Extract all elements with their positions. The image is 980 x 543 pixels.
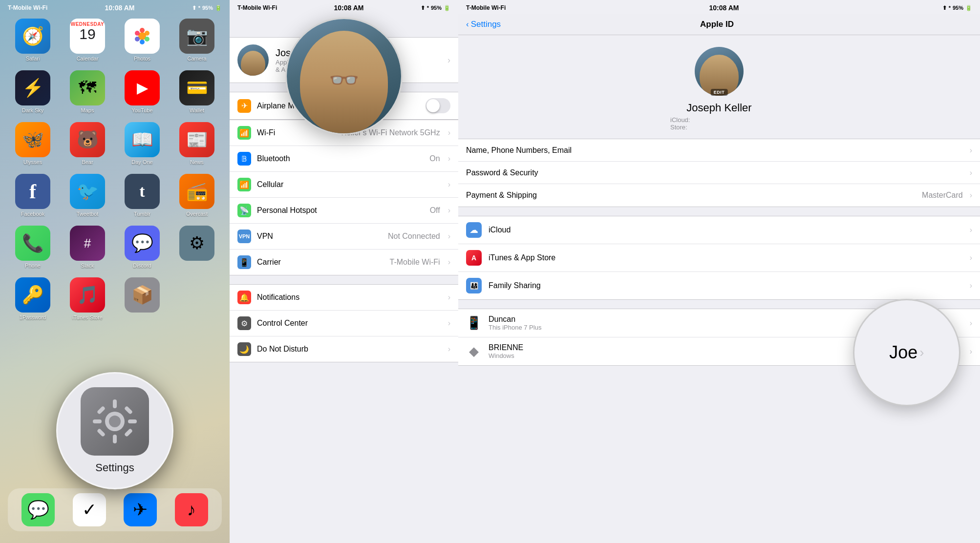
back-chevron-icon: ‹	[466, 20, 469, 29]
youtube-icon: ▶	[125, 70, 160, 105]
app-ulysses[interactable]: 🦋 Ulysses	[8, 122, 58, 165]
dock-reminders[interactable]: ✓	[73, 493, 106, 526]
app-grid: 🧭 Safari WEDNESDAY 19 Calendar	[0, 14, 230, 325]
icloud-label: iCloud	[489, 226, 963, 234]
app-slack[interactable]: # Slack	[63, 226, 112, 269]
photos-icon	[125, 19, 160, 54]
settings-back-button[interactable]: ‹ Settings	[466, 20, 501, 29]
app-1password[interactable]: 🔑 1Password	[8, 277, 58, 320]
app-calendar[interactable]: WEDNESDAY 19 Calendar	[63, 19, 112, 62]
appleid-store-label: Store:	[670, 124, 687, 131]
wifi-chevron: ›	[448, 128, 450, 137]
app-tweetbot[interactable]: 🐦 Tweetbot	[63, 174, 112, 217]
appleid-row-family[interactable]: 👨‍👩‍👧 Family Sharing ›	[458, 272, 980, 299]
news-label: News	[190, 159, 204, 165]
settings-row-dnd[interactable]: 🌙 Do Not Disturb ›	[230, 336, 458, 362]
tweetbot-icon: 🐦	[70, 174, 105, 209]
settings-status-bar: T-Mobile Wi-Fi 10:08 AM ⬆ * 95% 🔋	[230, 0, 458, 14]
settings-row-carrier[interactable]: 📱 Carrier T-Mobile Wi-Fi ›	[230, 250, 458, 275]
appleid-edit-button[interactable]: EDIT	[711, 89, 728, 96]
appleid-nav-bar: ‹ Settings Apple ID	[458, 14, 980, 35]
family-chevron: ›	[970, 281, 972, 290]
appleid-row-icloud[interactable]: ☁ iCloud ›	[458, 216, 980, 244]
carrier-label: Carrier	[257, 258, 384, 267]
app-dayone[interactable]: 📖 Day One	[117, 122, 167, 165]
family-label: Family Sharing	[489, 281, 963, 290]
joe-label: Joe	[889, 342, 917, 363]
cellular-label: Cellular	[257, 180, 440, 189]
settings-row-vpn[interactable]: VPN VPN Not Connected ›	[230, 224, 458, 250]
app-darksky[interactable]: ⚡ Dark Sky	[8, 70, 58, 113]
bear-icon: 🐻	[70, 122, 105, 157]
appleid-row-itunes[interactable]: A iTunes & App Store ›	[458, 244, 980, 272]
overcast-icon: 📻	[179, 174, 214, 209]
settings-bt-icon: *	[427, 5, 429, 11]
profile-glasses: 👓	[329, 66, 359, 94]
settings-time: 10:08 AM	[334, 4, 363, 12]
appleid-bt-icon: *	[949, 5, 951, 11]
appleid-row-payment[interactable]: Payment & Shipping MasterCard ›	[458, 184, 980, 207]
app-itunes-store[interactable]: 🎵 iTunes Store	[63, 277, 112, 320]
app-news[interactable]: 📰 News	[172, 122, 222, 165]
dock-music[interactable]: ♪	[175, 493, 208, 526]
app-maps[interactable]: 🗺 Maps	[63, 70, 112, 113]
dayone-icon: 📖	[125, 122, 160, 157]
app-wallet[interactable]: 💳 Wallet	[172, 70, 222, 113]
app-placeholder1[interactable]: ⚙	[172, 226, 222, 269]
app-discord[interactable]: 💬 Discord	[117, 226, 167, 269]
notifications-chevron: ›	[448, 293, 450, 302]
app-safari[interactable]: 🧭 Safari	[8, 19, 58, 62]
settings-magnify-circle: Settings	[56, 372, 173, 489]
camera-icon: 📷	[179, 19, 214, 54]
settings-row-cellular[interactable]: 📶 Cellular ›	[230, 172, 458, 198]
joe-magnify-circle: Joe ›	[853, 299, 960, 406]
vpn-icon: VPN	[237, 230, 251, 243]
icloud-chevron: ›	[970, 226, 972, 234]
dock-spark[interactable]: ✈	[124, 493, 157, 526]
settings-row-notifications[interactable]: 🔔 Notifications ›	[230, 285, 458, 311]
carrier-row-icon: 📱	[237, 255, 251, 269]
app-phone[interactable]: 📞 Phone	[8, 226, 58, 269]
back-label: Settings	[471, 20, 501, 29]
settings-row-hotspot[interactable]: 📡 Personal Hotspot Off ›	[230, 198, 458, 224]
settings-row-control-center[interactable]: ⚙ Control Center ›	[230, 311, 458, 336]
ulysses-icon: 🦋	[15, 122, 50, 157]
settings-row-bluetooth[interactable]: 𝔹 Bluetooth On ›	[230, 146, 458, 172]
appleid-icloud-label: iCloud:	[670, 116, 690, 124]
airplane-toggle[interactable]	[426, 98, 450, 113]
app-camera[interactable]: 📷 Camera	[172, 19, 222, 62]
app-bear[interactable]: 🐻 Bear	[63, 122, 112, 165]
appleid-row-name[interactable]: Name, Phone Numbers, Email ›	[458, 139, 980, 162]
app-placeholder2[interactable]: 📦	[117, 277, 167, 320]
app-youtube[interactable]: ▶ YouTube	[117, 70, 167, 113]
spark-icon: ✈	[124, 493, 157, 526]
app-overcast[interactable]: 📻 Overcast	[172, 174, 222, 217]
app-photos[interactable]: Photos	[117, 19, 167, 62]
control-center-label: Control Center	[257, 319, 440, 328]
svg-rect-16	[124, 428, 133, 437]
device-brienne-text: BRIENNE Windows	[489, 343, 523, 359]
dock-messages[interactable]: 💬	[21, 493, 55, 526]
app-facebook[interactable]: f Facebook	[8, 174, 58, 217]
appleid-nav-title: Apple ID	[501, 20, 933, 29]
settings-profile-avatar	[237, 44, 269, 76]
svg-point-3	[145, 37, 149, 42]
maps-label: Maps	[81, 107, 94, 113]
notifications-label: Notifications	[257, 293, 440, 302]
appleid-battery-icon: 🔋	[965, 5, 972, 11]
dock: 💬 ✓ ✈ ♪	[8, 488, 222, 531]
facebook-label: Facebook	[21, 211, 44, 217]
svg-rect-13	[97, 406, 106, 415]
tumblr-icon: t	[125, 174, 160, 209]
safari-icon: 🧭	[15, 19, 50, 54]
maps-icon: 🗺	[70, 70, 105, 105]
appleid-sub-info: iCloud: Store:	[670, 116, 768, 131]
joe-chevron-icon: ›	[919, 345, 924, 360]
name-row-chevron: ›	[970, 146, 972, 155]
device-brienne-chevron: ›	[970, 347, 972, 356]
cellular-chevron: ›	[448, 180, 450, 189]
app-tumblr[interactable]: t Tumblr	[117, 174, 167, 217]
appleid-row-password[interactable]: Password & Security ›	[458, 162, 980, 184]
itunes-chevron: ›	[970, 253, 972, 262]
settings-location-icon: ⬆	[421, 5, 425, 11]
